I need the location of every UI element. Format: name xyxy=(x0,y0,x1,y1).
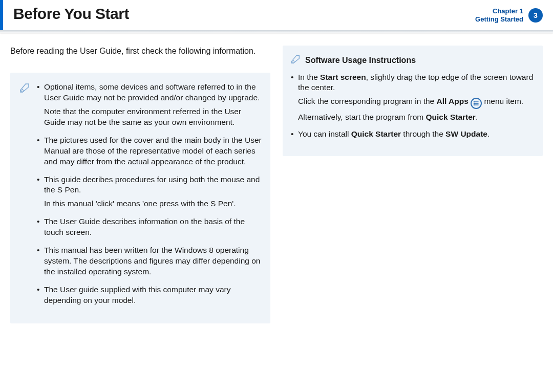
svg-point-4 xyxy=(474,105,475,105)
text-segment: Click the corresponding program in the xyxy=(298,97,437,105)
note-icon xyxy=(290,54,301,67)
left-column: Before reading the User Guide, first che… xyxy=(10,46,270,323)
page-header: Before You Start Chapter 1 Getting Start… xyxy=(0,0,553,30)
page-root: Before You Start Chapter 1 Getting Start… xyxy=(0,0,553,392)
right-box-title: Software Usage Instructions xyxy=(305,56,416,65)
page-number-badge: 3 xyxy=(528,8,543,23)
chapter-label: Chapter 1 Getting Started xyxy=(475,7,523,24)
bullet-subtext: Note that the computer environment refer… xyxy=(44,106,262,128)
chapter-block: Chapter 1 Getting Started 3 xyxy=(475,7,543,24)
bullet-text: The User guide supplied with this comput… xyxy=(44,285,230,304)
bullet-text: This manual has been written for the Win… xyxy=(44,246,260,276)
list-item: The User Guide describes information on … xyxy=(36,216,262,238)
text-segment: Alternatively, start the program from xyxy=(298,113,426,121)
svg-point-2 xyxy=(474,103,475,104)
right-box-title-row: Software Usage Instructions xyxy=(290,54,534,67)
bold-text: All Apps xyxy=(437,97,469,105)
bullet-subtext: In this manual 'click' means 'one press … xyxy=(44,199,262,209)
bullet-text: The pictures used for the cover and the … xyxy=(44,136,262,166)
bold-text: Quick Starter xyxy=(426,113,476,121)
left-note-box: Optional items, some devices and softwar… xyxy=(10,73,270,323)
list-item: In the Start screen, slightly drag the t… xyxy=(290,72,534,123)
bold-text: SW Update xyxy=(445,129,487,138)
bullet-text: Optional items, some devices and softwar… xyxy=(44,82,260,102)
list-item: This guide decribes procedures for using… xyxy=(36,175,262,210)
text-segment: . xyxy=(476,113,478,121)
text-segment: through the xyxy=(401,129,445,138)
svg-point-0 xyxy=(474,102,475,102)
bullet-text: This guide decribes procedures for using… xyxy=(44,175,260,194)
chapter-line-1: Chapter 1 xyxy=(475,7,523,15)
list-item: Optional items, some devices and softwar… xyxy=(36,82,262,128)
bold-text: Start screen xyxy=(320,73,366,81)
right-column: Software Usage Instructions In the Start… xyxy=(283,46,543,323)
bullet-text: The User Guide describes information on … xyxy=(44,217,245,236)
all-apps-icon xyxy=(471,98,482,109)
text-segment: You can install xyxy=(298,129,351,138)
text-segment: menu item. xyxy=(484,97,523,105)
left-bullet-list: Optional items, some devices and softwar… xyxy=(36,82,262,313)
sub-line: Alternatively, start the program from Qu… xyxy=(298,112,534,123)
right-note-box: Software Usage Instructions In the Start… xyxy=(283,46,543,157)
chapter-line-2: Getting Started xyxy=(475,15,523,24)
sub-line: Click the corresponding program in the A… xyxy=(298,96,534,109)
text-segment: In the xyxy=(298,73,320,81)
body-columns: Before reading the User Guide, first che… xyxy=(0,33,553,336)
note-icon xyxy=(18,82,31,313)
right-bullet-list: In the Start screen, slightly drag the t… xyxy=(290,72,534,140)
list-item: This manual has been written for the Win… xyxy=(36,245,262,277)
text-segment: . xyxy=(487,129,490,138)
bold-text: Quick Starter xyxy=(351,129,401,138)
list-item: The User guide supplied with this comput… xyxy=(36,285,262,306)
page-title: Before You Start xyxy=(13,5,129,23)
list-item: The pictures used for the cover and the … xyxy=(36,135,262,167)
list-item: You can install Quick Starter through th… xyxy=(290,129,534,140)
intro-text: Before reading the User Guide, first che… xyxy=(10,46,270,57)
